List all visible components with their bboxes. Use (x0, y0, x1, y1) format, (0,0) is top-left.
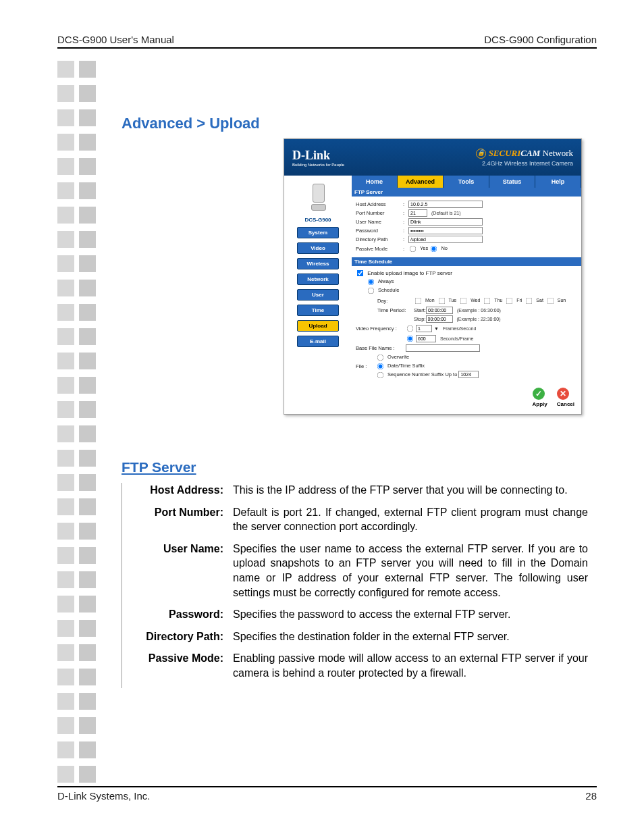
day-sun[interactable]: Sun (546, 298, 566, 303)
day-fri[interactable]: Fri (505, 298, 522, 303)
definition-row: User Name:Specifies the user name to acc… (122, 542, 588, 600)
config-screenshot: D-Link Building Networks for People 🔒SEC… (284, 138, 582, 415)
passive-no[interactable]: No (429, 244, 448, 253)
day-checkboxes: Mon Tue Wed Thu Fri Sat Sun (414, 296, 568, 305)
tab-status[interactable]: Status (489, 176, 535, 188)
day-mon[interactable]: Mon (414, 298, 435, 303)
definition-row: Host Address:This is the IP address of t… (122, 483, 588, 498)
vf-spf-radio[interactable] (406, 334, 416, 343)
user-name-input[interactable] (408, 218, 483, 226)
definition-description: Enabling passive mode will allow access … (233, 651, 588, 680)
stop-hint: (Example : 22:30:00) (457, 317, 501, 321)
cancel-button[interactable]: ✕ Cancel (557, 388, 574, 407)
check-icon: ✓ (533, 388, 545, 400)
nav-system[interactable]: System (297, 227, 339, 238)
definition-row: Password:Specifies the password to acces… (122, 607, 588, 622)
file-datetime-radio[interactable]: Date/Time Suffix (376, 363, 425, 369)
host-address-input[interactable] (408, 201, 483, 208)
passive-mode-label: Passive Mode (356, 246, 403, 252)
decorative-sidebar: for(let i=0;i<30;i++)document.write('<di… (57, 61, 96, 790)
tab-help[interactable]: Help (535, 176, 581, 188)
definition-term: User Name: (122, 542, 233, 600)
nav-e-mail[interactable]: E-mail (297, 336, 339, 347)
dlink-logo: D-Link (292, 149, 330, 162)
header-right: DCS-G900 Configuration (484, 34, 597, 45)
host-address-label: Host Address (356, 201, 403, 207)
header-left: DCS-G900 User's Manual (57, 34, 174, 45)
definition-row: Port Number:Default is port 21. If chang… (122, 505, 588, 534)
port-hint: (Default is 21) (431, 211, 461, 215)
page-footer: D-Link Systems, Inc. 28 (57, 786, 597, 802)
nav-time[interactable]: Time (297, 305, 339, 316)
tab-tools[interactable]: Tools (444, 176, 489, 188)
lock-icon: 🔒 (476, 149, 486, 159)
dlink-tagline: Building Networks for People (292, 163, 344, 167)
tab-home[interactable]: Home (352, 176, 398, 188)
securicam-brand: 🔒SECURICAM Network (476, 148, 573, 159)
definition-term: Port Number: (122, 505, 233, 534)
definition-term: Directory Path: (122, 629, 233, 644)
seq-input[interactable] (458, 371, 479, 378)
day-wed[interactable]: Wed (459, 298, 480, 303)
definitions-list: Host Address:This is the IP address of t… (122, 483, 588, 688)
day-tue[interactable]: Tue (437, 298, 457, 303)
apply-button[interactable]: ✓ Apply (533, 388, 547, 407)
vf-spf-unit: Seconds/Frame (440, 336, 473, 341)
definition-term: Password: (122, 607, 233, 622)
sidebar: DCS-G900 SystemVideoWirelessNetworkUserT… (284, 176, 352, 414)
definition-description: This is the IP address of the FTP server… (233, 483, 588, 498)
definition-row: Directory Path:Specifies the destination… (122, 629, 588, 644)
main-panel: HomeAdvancedToolsStatusHelp FTP Server H… (352, 176, 581, 414)
always-radio[interactable]: Always (367, 278, 394, 284)
definition-row: Passive Mode:Enabling passive mode will … (122, 651, 588, 680)
time-period-label: Time Period: (377, 307, 414, 313)
tab-bar: HomeAdvancedToolsStatusHelp (352, 176, 581, 188)
camera-subtitle: 2.4GHz Wireless Internet Camera (476, 160, 573, 167)
schedule-radio[interactable]: Schedule (367, 287, 399, 293)
stop-label: Stop: (414, 316, 426, 322)
vf-spf-input[interactable] (416, 335, 436, 342)
enable-upload-checkbox[interactable]: Enable upload image to FTP server (356, 270, 452, 276)
nav-user[interactable]: User (297, 289, 339, 301)
definition-term: Passive Mode: (122, 651, 233, 680)
tab-advanced[interactable]: Advanced (398, 176, 444, 188)
passive-yes[interactable]: Yes (408, 244, 428, 253)
nav-network[interactable]: Network (297, 273, 339, 285)
vf-fps-unit: Frames/Second (443, 326, 476, 331)
video-frequency-label: Video Frequency : (356, 325, 406, 332)
definition-description: Default is port 21. If changed, external… (233, 505, 588, 534)
camera-icon (304, 181, 331, 215)
base-file-label: Base File Name : (356, 345, 406, 351)
port-number-input[interactable] (408, 209, 427, 217)
definition-description: Specifies the user name to access the ex… (233, 542, 588, 600)
directory-input[interactable] (408, 236, 483, 243)
base-file-input[interactable] (406, 344, 480, 352)
start-input[interactable] (426, 307, 453, 314)
password-input[interactable] (408, 227, 483, 234)
nav-upload[interactable]: Upload (297, 320, 339, 332)
stop-input[interactable] (426, 315, 453, 323)
vf-fps-input[interactable] (416, 325, 432, 332)
nav-buttons: SystemVideoWirelessNetworkUserTimeUpload… (288, 227, 348, 347)
directory-label: Directory Path (356, 236, 403, 242)
port-number-label: Port Number (356, 210, 403, 216)
nav-video[interactable]: Video (297, 242, 339, 254)
password-label: Password (356, 228, 403, 234)
file-label: File : (356, 363, 376, 369)
file-overwrite-radio[interactable]: Overwrite (376, 354, 409, 360)
day-thu[interactable]: Thu (483, 298, 502, 303)
page-title: Advanced > Upload (122, 115, 260, 132)
model-label: DCS-G900 (288, 217, 348, 223)
start-label: Start: (414, 307, 426, 313)
start-hint: (Example : 06:30:00) (457, 308, 501, 313)
time-schedule-header: Time Schedule (352, 257, 581, 266)
definition-description: Specifies the password to access the ext… (233, 607, 588, 622)
nav-wireless[interactable]: Wireless (297, 258, 339, 269)
banner: D-Link Building Networks for People 🔒SEC… (284, 139, 581, 176)
x-icon: ✕ (557, 388, 569, 400)
vf-fps-radio[interactable] (406, 324, 416, 333)
definition-term: Host Address: (122, 483, 233, 498)
day-sat[interactable]: Sat (525, 298, 543, 303)
file-sequence-radio[interactable]: Sequence Number Suffix Up to (376, 371, 457, 377)
user-name-label: User Name (356, 219, 403, 225)
